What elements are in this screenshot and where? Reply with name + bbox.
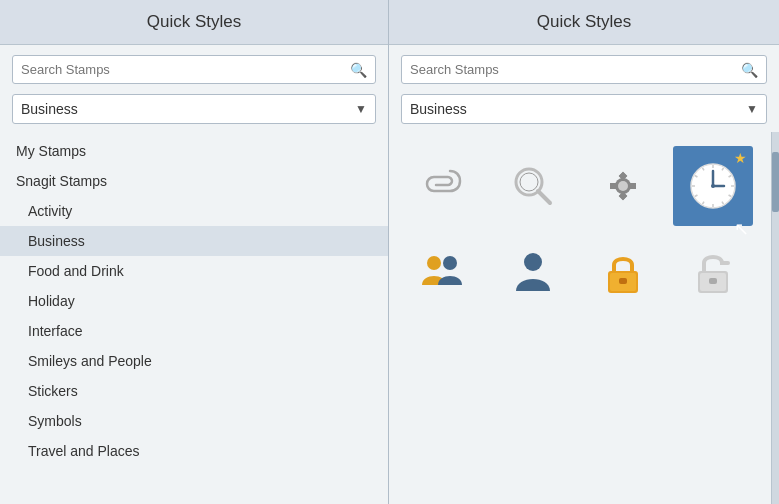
svg-point-4 <box>618 181 628 191</box>
left-search-bar: 🔍 <box>12 55 376 84</box>
lock-gold-icon <box>596 245 650 299</box>
menu-item-interface[interactable]: Interface <box>0 316 388 346</box>
menu-item-travel-and-places[interactable]: Travel and Places <box>0 436 388 466</box>
left-dropdown-label: Business <box>21 101 78 117</box>
stamp-cell-lock-gold[interactable] <box>583 232 663 312</box>
left-search-button[interactable]: 🔍 <box>342 58 375 82</box>
left-search-input[interactable] <box>13 56 342 83</box>
scrollbar[interactable] <box>771 132 779 504</box>
right-search-input[interactable] <box>402 56 733 83</box>
magnifier-icon <box>506 159 560 213</box>
left-dropdown[interactable]: Business ▼ <box>12 94 376 124</box>
menu-item-activity[interactable]: Activity <box>0 196 388 226</box>
svg-rect-11 <box>610 183 616 189</box>
left-panel-title: Quick Styles <box>0 0 388 45</box>
menu-item-snagit-stamps[interactable]: Snagit Stamps <box>0 166 388 196</box>
svg-point-30 <box>443 256 457 270</box>
menu-item-stickers[interactable]: Stickers <box>0 376 388 406</box>
menu-item-business[interactable]: Business <box>0 226 388 256</box>
menu-item-food-and-drink[interactable]: Food and Drink <box>0 256 388 286</box>
person-group-icon <box>416 245 470 299</box>
svg-rect-9 <box>630 183 636 189</box>
paperclip-icon <box>416 159 470 213</box>
svg-point-1 <box>520 173 538 191</box>
menu-item-symbols[interactable]: Symbols <box>0 406 388 436</box>
svg-rect-34 <box>619 278 627 284</box>
svg-rect-37 <box>709 278 717 284</box>
clock-icon <box>686 159 740 213</box>
stamp-cell-gear[interactable] <box>583 146 663 226</box>
stamp-cell-person[interactable] <box>493 232 573 312</box>
star-badge-icon: ★ <box>734 150 747 166</box>
stamp-cell-paperclip[interactable] <box>403 146 483 226</box>
menu-item-holiday[interactable]: Holiday <box>0 286 388 316</box>
menu-item-smileys-and-people[interactable]: Smileys and People <box>0 346 388 376</box>
right-search-button[interactable]: 🔍 <box>733 58 766 82</box>
svg-point-31 <box>524 253 542 271</box>
svg-point-29 <box>427 256 441 270</box>
stamp-cell-clock[interactable]: ★ ↖ <box>673 146 753 226</box>
stamps-grid: ★ ↖ <box>399 142 761 316</box>
gear-icon <box>596 159 650 213</box>
right-panel: Quick Styles 🔍 Business ▼ ★ ↖ <box>389 0 779 504</box>
stamp-cell-lock-open[interactable] <box>673 232 753 312</box>
person-icon <box>506 245 560 299</box>
right-dropdown-arrow-icon: ▼ <box>746 102 758 116</box>
left-menu-list: My StampsSnagit StampsActivityBusinessFo… <box>0 132 388 470</box>
left-dropdown-arrow-icon: ▼ <box>355 102 367 116</box>
lock-open-icon <box>686 245 740 299</box>
stamp-cell-magnifier[interactable] <box>493 146 573 226</box>
right-dropdown[interactable]: Business ▼ <box>401 94 767 124</box>
right-panel-inner: ★ ↖ <box>389 132 779 504</box>
scroll-thumb[interactable] <box>772 152 779 212</box>
menu-item-my-stamps[interactable]: My Stamps <box>0 136 388 166</box>
svg-line-2 <box>538 191 550 203</box>
right-panel-title: Quick Styles <box>389 0 779 45</box>
stamp-cell-person-group[interactable] <box>403 232 483 312</box>
stamps-area: ★ ↖ <box>389 132 771 504</box>
right-search-bar: 🔍 <box>401 55 767 84</box>
right-dropdown-label: Business <box>410 101 467 117</box>
left-panel: Quick Styles 🔍 Business ▼ My StampsSnagi… <box>0 0 389 504</box>
